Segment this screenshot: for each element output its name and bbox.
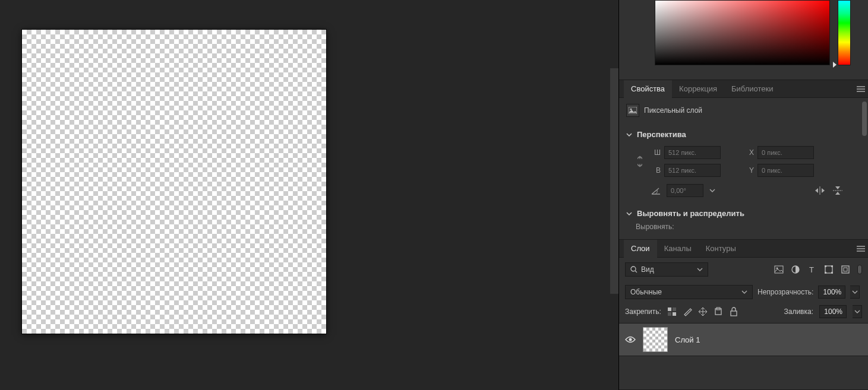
svg-rect-13 bbox=[825, 272, 826, 274]
right-panels: Свойства Коррекция Библиотеки Пиксельный… bbox=[618, 0, 868, 390]
tab-libraries[interactable]: Библиотеки bbox=[724, 80, 780, 98]
layer-filter-select[interactable]: Вид bbox=[625, 262, 708, 277]
flip-horizontal-icon[interactable] bbox=[815, 186, 825, 195]
svg-rect-18 bbox=[673, 307, 676, 311]
angle-icon bbox=[651, 186, 661, 195]
lock-label: Закрепить: bbox=[625, 307, 661, 316]
link-dimensions-icon[interactable] bbox=[636, 155, 644, 168]
align-section-title: Выровнять и распределить bbox=[637, 209, 744, 218]
angle-field[interactable]: 0,00° bbox=[667, 184, 703, 197]
hue-marker-icon bbox=[833, 62, 837, 68]
svg-point-4 bbox=[631, 267, 636, 271]
height-label: В bbox=[651, 166, 664, 175]
y-label: Y bbox=[744, 166, 757, 175]
svg-rect-15 bbox=[842, 266, 849, 273]
filter-smartobject-icon[interactable] bbox=[841, 265, 850, 274]
pixel-layer-icon bbox=[626, 104, 639, 117]
layer-list: Слой 1 bbox=[619, 323, 868, 389]
svg-rect-17 bbox=[668, 307, 671, 311]
x-field[interactable]: 0 пикс. bbox=[757, 146, 814, 159]
fill-dropdown[interactable] bbox=[853, 305, 862, 318]
vertical-scrollbar[interactable] bbox=[610, 68, 618, 294]
color-saturation-field[interactable] bbox=[655, 0, 830, 65]
chevron-down-icon bbox=[626, 132, 632, 138]
properties-panel: Свойства Коррекция Библиотеки Пиксельный… bbox=[619, 80, 868, 240]
filter-pixel-icon[interactable] bbox=[774, 265, 784, 274]
layers-tab-bar: Слои Каналы Контуры bbox=[619, 240, 868, 258]
width-field[interactable]: 512 пикс. bbox=[664, 146, 721, 159]
properties-scrollbar[interactable] bbox=[862, 102, 867, 136]
tab-adjustments[interactable]: Коррекция bbox=[672, 80, 724, 98]
canvas-area[interactable] bbox=[0, 0, 618, 390]
tab-channels[interactable]: Каналы bbox=[657, 240, 699, 258]
chevron-down-icon bbox=[626, 211, 632, 217]
width-label: Ш bbox=[651, 148, 664, 157]
chevron-down-icon bbox=[741, 290, 747, 294]
layer-item[interactable]: Слой 1 bbox=[619, 323, 868, 356]
angle-dropdown-icon[interactable] bbox=[709, 188, 715, 193]
blend-mode-select[interactable]: Обычные bbox=[625, 285, 753, 299]
layers-panel: Слои Каналы Контуры Вид T bbox=[619, 240, 868, 390]
layer-thumbnail[interactable] bbox=[643, 327, 668, 352]
lock-position-icon[interactable] bbox=[698, 307, 708, 316]
tab-layers[interactable]: Слои bbox=[624, 240, 657, 258]
opacity-label: Непрозрачность: bbox=[757, 288, 813, 296]
layer-type-label: Пиксельный слой bbox=[644, 106, 702, 115]
lock-brush-icon[interactable] bbox=[683, 307, 692, 316]
filter-kind-label: Вид bbox=[641, 265, 654, 274]
fill-field[interactable]: 100% bbox=[819, 305, 847, 318]
chevron-down-icon bbox=[697, 267, 703, 272]
document-canvas[interactable] bbox=[22, 30, 326, 334]
svg-rect-0 bbox=[629, 107, 637, 114]
align-label: Выровнять: bbox=[636, 223, 674, 231]
height-field[interactable]: 512 пикс. bbox=[664, 164, 721, 177]
filter-adjustment-icon[interactable] bbox=[791, 265, 800, 274]
panel-menu-icon[interactable] bbox=[854, 80, 868, 98]
hue-slider[interactable] bbox=[838, 0, 851, 65]
panel-menu-icon[interactable] bbox=[854, 240, 868, 258]
filter-type-icon[interactable]: T bbox=[807, 265, 817, 274]
lock-all-icon[interactable] bbox=[729, 307, 738, 316]
svg-rect-11 bbox=[825, 265, 826, 267]
search-icon bbox=[630, 266, 637, 273]
tab-paths[interactable]: Контуры bbox=[699, 240, 743, 258]
filter-toggle-switch[interactable] bbox=[857, 265, 862, 274]
x-label: X bbox=[744, 148, 757, 157]
svg-point-1 bbox=[630, 109, 632, 110]
color-picker-panel bbox=[619, 0, 868, 80]
svg-rect-23 bbox=[731, 311, 737, 316]
fill-label: Заливка: bbox=[784, 307, 813, 316]
layer-name-label[interactable]: Слой 1 bbox=[675, 335, 700, 344]
transform-grid: Ш 512 пикс. X 0 пикс. В 512 пикс. Y 0 пи… bbox=[619, 144, 868, 184]
svg-point-24 bbox=[629, 338, 632, 341]
visibility-toggle-icon[interactable] bbox=[625, 335, 636, 344]
blend-mode-value: Обычные bbox=[630, 288, 662, 296]
filter-shape-icon[interactable] bbox=[824, 265, 834, 274]
transform-section-header[interactable]: Перспектива bbox=[619, 125, 868, 144]
svg-rect-14 bbox=[831, 272, 833, 274]
properties-tab-bar: Свойства Коррекция Библиотеки bbox=[619, 80, 868, 98]
transform-section-title: Перспектива bbox=[637, 130, 686, 139]
align-section-header[interactable]: Выровнять и распределить bbox=[619, 204, 868, 223]
svg-text:T: T bbox=[809, 265, 814, 274]
svg-rect-6 bbox=[775, 266, 783, 273]
svg-rect-12 bbox=[831, 265, 833, 267]
opacity-field[interactable]: 100% bbox=[818, 286, 845, 299]
y-field[interactable]: 0 пикс. bbox=[757, 164, 814, 177]
tab-properties[interactable]: Свойства bbox=[624, 80, 672, 98]
svg-rect-20 bbox=[673, 312, 676, 316]
opacity-dropdown[interactable] bbox=[850, 286, 860, 299]
svg-line-5 bbox=[635, 271, 637, 272]
svg-rect-16 bbox=[844, 268, 847, 271]
lock-artboard-icon[interactable] bbox=[714, 307, 723, 316]
lock-transparency-icon[interactable] bbox=[667, 307, 677, 316]
svg-rect-19 bbox=[668, 312, 671, 316]
flip-vertical-icon[interactable] bbox=[832, 186, 843, 195]
